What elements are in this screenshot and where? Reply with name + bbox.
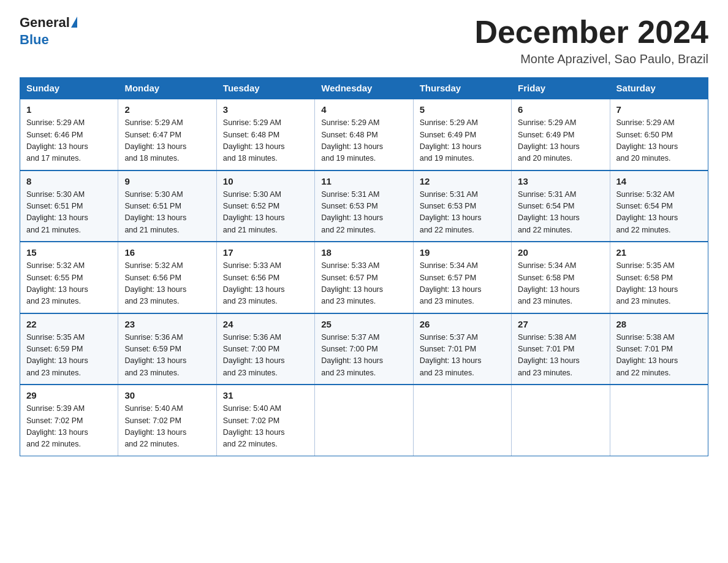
day-info: Sunrise: 5:39 AMSunset: 7:02 PMDaylight:… [26, 403, 112, 451]
week-row-1: 1Sunrise: 5:29 AMSunset: 6:46 PMDaylight… [20, 99, 708, 170]
table-cell: 15Sunrise: 5:32 AMSunset: 6:55 PMDayligh… [20, 242, 118, 313]
title-area: December 2024 Monte Aprazivel, Sao Paulo… [474, 15, 708, 66]
day-number: 2 [124, 104, 210, 115]
table-cell: 8Sunrise: 5:30 AMSunset: 6:51 PMDaylight… [20, 170, 118, 242]
day-number: 22 [26, 319, 112, 329]
day-number: 31 [223, 390, 308, 400]
table-cell: 30Sunrise: 5:40 AMSunset: 7:02 PMDayligh… [118, 385, 216, 456]
day-info: Sunrise: 5:31 AMSunset: 6:53 PMDaylight:… [420, 189, 505, 237]
week-row-5: 29Sunrise: 5:39 AMSunset: 7:02 PMDayligh… [20, 385, 708, 456]
table-cell: 23Sunrise: 5:36 AMSunset: 6:59 PMDayligh… [118, 313, 216, 385]
table-cell: 21Sunrise: 5:35 AMSunset: 6:58 PMDayligh… [610, 242, 708, 313]
table-cell: 22Sunrise: 5:35 AMSunset: 6:59 PMDayligh… [20, 313, 118, 385]
day-number: 28 [616, 319, 702, 329]
day-number: 24 [223, 319, 308, 329]
day-info: Sunrise: 5:29 AMSunset: 6:46 PMDaylight:… [26, 117, 112, 165]
day-info: Sunrise: 5:29 AMSunset: 6:48 PMDaylight:… [321, 117, 406, 165]
day-number: 19 [420, 247, 505, 258]
day-info: Sunrise: 5:29 AMSunset: 6:49 PMDaylight:… [420, 117, 505, 165]
header-friday: Friday [512, 78, 610, 99]
day-info: Sunrise: 5:37 AMSunset: 7:00 PMDaylight:… [321, 332, 406, 380]
table-cell: 24Sunrise: 5:36 AMSunset: 7:00 PMDayligh… [216, 313, 314, 385]
table-cell: 25Sunrise: 5:37 AMSunset: 7:00 PMDayligh… [315, 313, 413, 385]
day-number: 9 [124, 176, 210, 186]
day-number: 29 [26, 390, 112, 400]
day-info: Sunrise: 5:32 AMSunset: 6:56 PMDaylight:… [124, 260, 210, 308]
table-cell: 17Sunrise: 5:33 AMSunset: 6:56 PMDayligh… [216, 242, 314, 313]
table-cell: 10Sunrise: 5:30 AMSunset: 6:52 PMDayligh… [216, 170, 314, 242]
week-row-4: 22Sunrise: 5:35 AMSunset: 6:59 PMDayligh… [20, 313, 708, 385]
day-number: 25 [321, 319, 406, 329]
day-info: Sunrise: 5:33 AMSunset: 6:56 PMDaylight:… [223, 260, 308, 308]
table-cell: 29Sunrise: 5:39 AMSunset: 7:02 PMDayligh… [20, 385, 118, 456]
day-info: Sunrise: 5:35 AMSunset: 6:59 PMDaylight:… [26, 332, 112, 380]
day-info: Sunrise: 5:30 AMSunset: 6:52 PMDaylight:… [223, 189, 308, 237]
header-sunday: Sunday [20, 78, 118, 99]
month-title: December 2024 [474, 15, 708, 50]
logo: General Blue [20, 15, 77, 48]
day-info: Sunrise: 5:30 AMSunset: 6:51 PMDaylight:… [26, 189, 112, 237]
day-info: Sunrise: 5:40 AMSunset: 7:02 PMDaylight:… [124, 403, 210, 451]
day-info: Sunrise: 5:33 AMSunset: 6:57 PMDaylight:… [321, 260, 406, 308]
table-cell [315, 385, 413, 456]
table-cell: 18Sunrise: 5:33 AMSunset: 6:57 PMDayligh… [315, 242, 413, 313]
location-subtitle: Monte Aprazivel, Sao Paulo, Brazil [474, 52, 708, 66]
day-info: Sunrise: 5:36 AMSunset: 6:59 PMDaylight:… [124, 332, 210, 380]
table-cell: 19Sunrise: 5:34 AMSunset: 6:57 PMDayligh… [413, 242, 511, 313]
table-cell: 9Sunrise: 5:30 AMSunset: 6:51 PMDaylight… [118, 170, 216, 242]
table-cell: 28Sunrise: 5:38 AMSunset: 7:01 PMDayligh… [610, 313, 708, 385]
table-cell: 5Sunrise: 5:29 AMSunset: 6:49 PMDaylight… [413, 99, 511, 170]
header-thursday: Thursday [413, 78, 511, 99]
table-cell: 31Sunrise: 5:40 AMSunset: 7:02 PMDayligh… [216, 385, 314, 456]
day-number: 15 [26, 247, 112, 258]
table-cell: 6Sunrise: 5:29 AMSunset: 6:49 PMDaylight… [512, 99, 610, 170]
week-row-3: 15Sunrise: 5:32 AMSunset: 6:55 PMDayligh… [20, 242, 708, 313]
day-info: Sunrise: 5:32 AMSunset: 6:54 PMDaylight:… [616, 189, 702, 237]
table-cell: 14Sunrise: 5:32 AMSunset: 6:54 PMDayligh… [610, 170, 708, 242]
day-info: Sunrise: 5:29 AMSunset: 6:47 PMDaylight:… [124, 117, 210, 165]
header-wednesday: Wednesday [315, 78, 413, 99]
table-cell: 11Sunrise: 5:31 AMSunset: 6:53 PMDayligh… [315, 170, 413, 242]
table-cell: 12Sunrise: 5:31 AMSunset: 6:53 PMDayligh… [413, 170, 511, 242]
day-number: 21 [616, 247, 702, 258]
day-info: Sunrise: 5:35 AMSunset: 6:58 PMDaylight:… [616, 260, 702, 308]
day-info: Sunrise: 5:31 AMSunset: 6:54 PMDaylight:… [518, 189, 603, 237]
day-number: 4 [321, 104, 406, 115]
day-number: 10 [223, 176, 308, 186]
day-number: 20 [518, 247, 603, 258]
table-cell: 4Sunrise: 5:29 AMSunset: 6:48 PMDaylight… [315, 99, 413, 170]
header-monday: Monday [118, 78, 216, 99]
table-cell: 27Sunrise: 5:38 AMSunset: 7:01 PMDayligh… [512, 313, 610, 385]
day-info: Sunrise: 5:29 AMSunset: 6:50 PMDaylight:… [616, 117, 702, 165]
day-info: Sunrise: 5:29 AMSunset: 6:48 PMDaylight:… [223, 117, 308, 165]
calendar-table: Sunday Monday Tuesday Wednesday Thursday… [20, 77, 708, 456]
day-number: 18 [321, 247, 406, 258]
day-number: 5 [420, 104, 505, 115]
day-info: Sunrise: 5:37 AMSunset: 7:01 PMDaylight:… [420, 332, 505, 380]
day-info: Sunrise: 5:30 AMSunset: 6:51 PMDaylight:… [124, 189, 210, 237]
weekday-header-row: Sunday Monday Tuesday Wednesday Thursday… [20, 78, 708, 99]
day-info: Sunrise: 5:31 AMSunset: 6:53 PMDaylight:… [321, 189, 406, 237]
day-info: Sunrise: 5:34 AMSunset: 6:58 PMDaylight:… [518, 260, 603, 308]
day-info: Sunrise: 5:40 AMSunset: 7:02 PMDaylight:… [223, 403, 308, 451]
logo-triangle-icon [71, 17, 77, 28]
day-number: 26 [420, 319, 505, 329]
table-cell: 3Sunrise: 5:29 AMSunset: 6:48 PMDaylight… [216, 99, 314, 170]
day-info: Sunrise: 5:29 AMSunset: 6:49 PMDaylight:… [518, 117, 603, 165]
week-row-2: 8Sunrise: 5:30 AMSunset: 6:51 PMDaylight… [20, 170, 708, 242]
day-number: 17 [223, 247, 308, 258]
day-number: 13 [518, 176, 603, 186]
table-cell: 7Sunrise: 5:29 AMSunset: 6:50 PMDaylight… [610, 99, 708, 170]
table-cell [512, 385, 610, 456]
table-cell: 1Sunrise: 5:29 AMSunset: 6:46 PMDaylight… [20, 99, 118, 170]
page-header: General Blue December 2024 Monte Apraziv… [20, 15, 708, 66]
day-info: Sunrise: 5:38 AMSunset: 7:01 PMDaylight:… [518, 332, 603, 380]
header-tuesday: Tuesday [216, 78, 314, 99]
header-saturday: Saturday [610, 78, 708, 99]
day-number: 23 [124, 319, 210, 329]
day-number: 6 [518, 104, 603, 115]
day-info: Sunrise: 5:32 AMSunset: 6:55 PMDaylight:… [26, 260, 112, 308]
logo-general-text: General [20, 15, 70, 31]
table-cell: 13Sunrise: 5:31 AMSunset: 6:54 PMDayligh… [512, 170, 610, 242]
table-cell: 20Sunrise: 5:34 AMSunset: 6:58 PMDayligh… [512, 242, 610, 313]
